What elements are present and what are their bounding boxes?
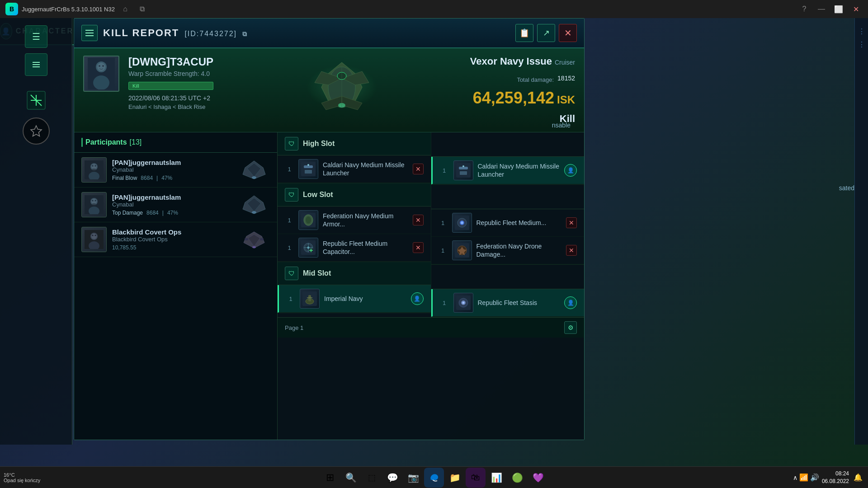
copy-id-icon[interactable]: ⧉ [242, 30, 248, 38]
sidebar-menu-btn[interactable]: ☰ [25, 25, 47, 48]
svg-rect-37 [92, 203, 96, 205]
copy-btn[interactable]: ⧉ [136, 2, 149, 16]
participant-info-1: [PAN]juggernautslam Cynabal Final Blow 8… [112, 159, 233, 181]
fitting-icon-rl1 [452, 213, 472, 233]
participant-damage-2: 8684 [146, 210, 159, 216]
total-damage-value: 18152 [557, 75, 575, 82]
svg-rect-74 [460, 171, 467, 175]
tray-arrow[interactable]: ∧ [793, 474, 797, 481]
svg-point-64 [307, 247, 310, 249]
fitting-item-right-low-2[interactable]: 1 Federation Navy Drone Damage... [431, 237, 585, 264]
kill-report-info: [DWNG]T3ACUP Warp Scramble Strength: 4.0… [74, 48, 584, 132]
fitting-remove-rl2[interactable]: ✕ [566, 245, 577, 256]
participant-ship-3: Blackbird Covert Ops [112, 236, 233, 243]
low-slot-header: 🛡 Low Slot [278, 183, 431, 206]
participant-item[interactable]: [PAN]juggernautslam Cynabal Final Blow 8… [74, 153, 277, 188]
fitting-item-low-2[interactable]: 1 [278, 234, 431, 262]
participants-title: Participants [85, 138, 127, 146]
help-btn[interactable]: ? [797, 2, 811, 16]
fitting-icon-m1 [300, 289, 320, 309]
fitting-item-mid-1[interactable]: 1 Imperial Navy [278, 285, 431, 313]
fitting-remove-rl1[interactable]: ✕ [566, 217, 577, 228]
kr-menu-button[interactable] [81, 25, 98, 41]
participant-ship-icon-1 [238, 159, 270, 181]
fittings-left-col: 🛡 High Slot 1 [278, 132, 431, 317]
fittings-columns: 🛡 High Slot 1 [278, 132, 584, 317]
tray-network[interactable]: 📶 [799, 473, 808, 482]
sidebar-list-btn[interactable] [25, 53, 47, 76]
ship-class: Cruiser [555, 59, 575, 66]
date-display: 06.08.2022 [822, 478, 849, 485]
taskbar-search-btn[interactable]: 🔍 [341, 468, 361, 488]
kr-export-button[interactable]: ↗ [537, 24, 555, 42]
svg-point-58 [306, 216, 311, 224]
taskbar-camera-btn[interactable]: 📷 [403, 468, 423, 488]
svg-rect-51 [260, 238, 264, 240]
high-slot-section: 🛡 High Slot 1 [278, 132, 431, 183]
mid-slot-section: 🛡 Mid Slot 1 [278, 262, 431, 313]
fitting-item-low-1[interactable]: 1 Federation Navy Medium Armor... [278, 206, 431, 234]
restore-btn[interactable]: ⬜ [832, 2, 845, 16]
taskbar-chat-btn[interactable]: 💬 [382, 468, 402, 488]
fitting-qty-l2: 1 [285, 244, 294, 251]
svg-point-46 [95, 235, 96, 236]
system-tray: ∧ 📶 🔊 [793, 473, 819, 482]
close-btn[interactable]: ✕ [849, 2, 863, 16]
participant-item-3[interactable]: Blackbird Covert Ops Blackbird Covert Op… [74, 222, 277, 257]
svg-point-26 [95, 165, 96, 167]
fitting-remove-h1[interactable]: ✕ [413, 164, 424, 174]
ship-stats: Vexor Navy Issue Cruiser Total damage: 1… [470, 56, 575, 125]
home-btn[interactable]: ⌂ [118, 2, 132, 16]
taskbar-taskview-btn[interactable]: ⬚ [362, 468, 382, 488]
taskbar-edge-btn[interactable] [424, 468, 444, 488]
kill-location: Enaluri < Ishaga < Black Rise [128, 103, 213, 110]
filter-button[interactable]: ⚙ [564, 321, 577, 334]
fitting-remove-l2[interactable]: ✕ [413, 242, 424, 253]
fitting-remove-l1[interactable]: ✕ [413, 215, 424, 225]
notifications-btn[interactable]: 🔔 [854, 473, 863, 482]
fitting-qty-rh1: 1 [440, 167, 449, 174]
tray-volume[interactable]: 🔊 [810, 473, 819, 482]
participant-damage-3: 10,785.55 [112, 244, 136, 251]
fitting-item-right-low-1[interactable]: 1 Republic Fleet Medium... [431, 209, 585, 237]
participants-panel: Participants [13] [74, 132, 278, 440]
taskbar-green-btn[interactable]: 🟢 [507, 468, 527, 488]
fitting-item-high-1[interactable]: 1 Caldari Navy Medium Missil [278, 155, 431, 183]
svg-point-36 [95, 200, 96, 202]
pilot-name: [DWNG]T3ACUP [128, 56, 213, 68]
kr-close-button[interactable]: ✕ [559, 24, 577, 42]
mid-slot-icon: 🛡 [285, 267, 298, 280]
weather-info: 16°C Opad się kończy [4, 472, 40, 483]
mid-slot-header: 🛡 Mid Slot [278, 262, 431, 285]
kr-actions: 📋 ↗ ✕ [515, 24, 577, 42]
fitting-item-right-mid-1[interactable]: 1 [431, 289, 585, 317]
taskbar-office-btn[interactable]: 📊 [486, 468, 506, 488]
participant-item-2[interactable]: [PAN]juggernautslam Cynabal Top Damage 8… [74, 188, 277, 222]
participant-percent-2: 47% [167, 210, 178, 216]
svg-point-79 [461, 221, 463, 224]
sidebar-cross-btn[interactable] [26, 90, 46, 112]
pilot-avatar [83, 56, 119, 92]
taskbar-discord-btn[interactable]: 💜 [528, 468, 548, 488]
taskbar-store-btn[interactable]: 🛍 [466, 468, 486, 488]
bluestacks-title: JuggernautFrCrBs 5.3.10.1001 N32 [22, 6, 115, 13]
participant-ship-icon-3 [238, 228, 270, 251]
svg-marker-4 [31, 126, 42, 136]
fittings-panel: 🛡 High Slot 1 [278, 132, 584, 440]
kr-copy-button[interactable]: 📋 [515, 24, 533, 42]
participant-stats-3: 10,785.55 [112, 244, 233, 251]
taskbar-files-btn[interactable]: 📁 [445, 468, 465, 488]
svg-rect-27 [92, 169, 96, 170]
time-display: 08:24 [835, 470, 849, 478]
sidebar-star-btn[interactable] [23, 117, 50, 145]
fitting-item-right-high-1[interactable]: 1 Caldari Navy Medium Missil [431, 157, 585, 184]
taskbar-windows-btn[interactable]: ⊞ [320, 468, 340, 488]
ship-image [222, 56, 461, 121]
indispensable-tag: nsable [552, 122, 571, 129]
svg-point-55 [307, 164, 309, 166]
minimize-btn[interactable]: — [815, 2, 828, 16]
svg-point-7 [93, 75, 109, 89]
participant-percent-1: 47% [161, 175, 172, 181]
low-slot-label: Low Slot [303, 191, 333, 199]
fitting-pilot-avatar-rh1: 👤 [564, 164, 577, 177]
